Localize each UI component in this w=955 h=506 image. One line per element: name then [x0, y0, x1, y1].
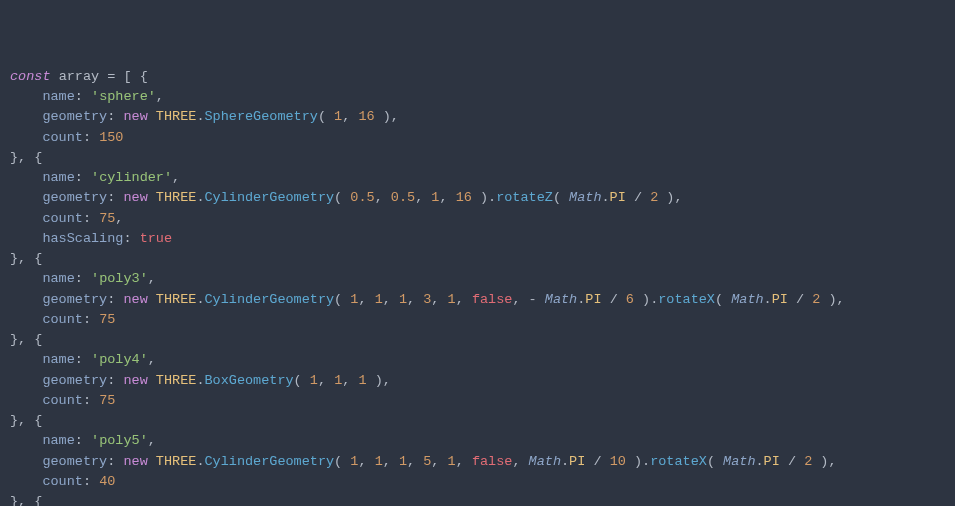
prop-count: count — [42, 211, 83, 226]
class-three: THREE — [156, 109, 197, 124]
number: 75 — [99, 211, 115, 226]
number: 1 — [399, 454, 407, 469]
boolean: false — [472, 454, 513, 469]
class-sphere: SphereGeometry — [204, 109, 317, 124]
const-math: Math — [529, 454, 561, 469]
keyword-new: new — [123, 109, 147, 124]
number: 40 — [99, 474, 115, 489]
class-box: BoxGeometry — [204, 373, 293, 388]
number: 6 — [626, 292, 634, 307]
prop-name: name — [42, 271, 74, 286]
prop-name: name — [42, 433, 74, 448]
boolean: true — [140, 231, 172, 246]
unary: - — [529, 292, 545, 307]
const-pi: PI — [585, 292, 601, 307]
prop-name: name — [42, 352, 74, 367]
prop-geometry: geometry — [42, 373, 107, 388]
number: 16 — [456, 190, 472, 205]
number: 1 — [448, 292, 456, 307]
const-pi: PI — [569, 454, 585, 469]
number: 0.5 — [350, 190, 374, 205]
code-block: const array = [ { name: 'sphere', geomet… — [10, 67, 945, 506]
prop-count: count — [42, 130, 83, 145]
class-three: THREE — [156, 454, 197, 469]
class-three: THREE — [156, 373, 197, 388]
number: 75 — [99, 312, 115, 327]
number: 1 — [310, 373, 318, 388]
string-literal: 'poly3' — [91, 271, 148, 286]
number: 1 — [399, 292, 407, 307]
prop-geometry: geometry — [42, 292, 107, 307]
const-math: Math — [545, 292, 577, 307]
method-rotatex: rotateX — [650, 454, 707, 469]
const-pi: PI — [610, 190, 626, 205]
string-literal: 'poly5' — [91, 433, 148, 448]
prop-geometry: geometry — [42, 109, 107, 124]
string-literal: 'sphere' — [91, 89, 156, 104]
prop-geometry: geometry — [42, 190, 107, 205]
string-literal: 'poly4' — [91, 352, 148, 367]
prop-count: count — [42, 312, 83, 327]
number: 1 — [375, 292, 383, 307]
class-cylinder: CylinderGeometry — [204, 454, 334, 469]
prop-count: count — [42, 393, 83, 408]
class-three: THREE — [156, 292, 197, 307]
class-cylinder: CylinderGeometry — [204, 292, 334, 307]
number: 75 — [99, 393, 115, 408]
keyword-new: new — [123, 292, 147, 307]
number: 16 — [358, 109, 374, 124]
prop-count: count — [42, 474, 83, 489]
number: 10 — [610, 454, 626, 469]
const-math: Math — [731, 292, 763, 307]
number: 1 — [358, 373, 366, 388]
class-three: THREE — [156, 190, 197, 205]
number: 1 — [375, 454, 383, 469]
number: 1 — [334, 109, 342, 124]
method-rotatex: rotateX — [658, 292, 715, 307]
const-math: Math — [723, 454, 755, 469]
prop-name: name — [42, 170, 74, 185]
number: 150 — [99, 130, 123, 145]
const-math: Math — [569, 190, 601, 205]
keyword-new: new — [123, 454, 147, 469]
boolean: false — [472, 292, 513, 307]
number: 1 — [448, 454, 456, 469]
prop-hasscaling: hasScaling — [42, 231, 123, 246]
prop-geometry: geometry — [42, 454, 107, 469]
keyword-new: new — [123, 373, 147, 388]
const-pi: PI — [764, 454, 780, 469]
variable-name: array — [59, 69, 100, 84]
prop-name: name — [42, 89, 74, 104]
class-cylinder: CylinderGeometry — [204, 190, 334, 205]
keyword-new: new — [123, 190, 147, 205]
number: 0.5 — [391, 190, 415, 205]
method-rotatez: rotateZ — [496, 190, 553, 205]
const-pi: PI — [772, 292, 788, 307]
string-literal: 'cylinder' — [91, 170, 172, 185]
keyword-const: const — [10, 69, 51, 84]
